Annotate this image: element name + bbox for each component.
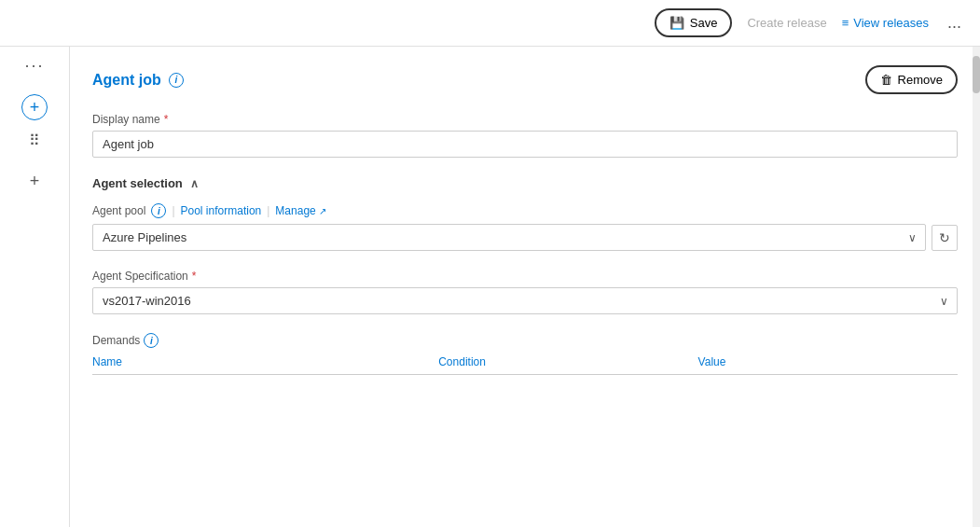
- top-bar-actions: 💾 Save Create release ≡ View releases ..…: [655, 8, 965, 37]
- chevron-up-icon[interactable]: ∧: [190, 177, 199, 190]
- create-release-link[interactable]: Create release: [747, 16, 826, 30]
- sidebar-grid-icon[interactable]: ⠿: [29, 132, 40, 149]
- agent-spec-dropdown-container: vs2017-win2016 ∨: [92, 287, 958, 314]
- agent-pool-label: Agent pool: [92, 204, 145, 217]
- sidebar-plus-plain[interactable]: +: [30, 172, 40, 191]
- agent-spec-select[interactable]: vs2017-win2016: [92, 287, 958, 314]
- manage-link[interactable]: Manage ↗: [275, 204, 325, 217]
- separator-2: |: [267, 204, 269, 217]
- scrollbar-thumb[interactable]: [973, 56, 980, 93]
- demands-col-condition: Condition: [438, 355, 697, 368]
- display-name-label: Display name *: [92, 113, 958, 126]
- view-releases-label: View releases: [853, 16, 929, 30]
- create-release-label: Create release: [747, 16, 826, 30]
- demands-section: Demands i Name Condition Value: [92, 333, 958, 375]
- agent-pool-dropdown-row: Azure Pipelines ∨ ↻: [92, 224, 958, 251]
- demands-label-row: Demands i: [92, 333, 958, 348]
- refresh-icon: ↻: [939, 230, 950, 245]
- demands-table: Name Condition Value: [92, 355, 958, 375]
- display-name-section: Display name *: [92, 113, 958, 158]
- remove-icon: 🗑: [880, 73, 892, 87]
- demands-info-icon[interactable]: i: [144, 333, 159, 348]
- demands-col-value: Value: [698, 355, 958, 368]
- agent-pool-dropdown-container: Azure Pipelines ∨: [92, 224, 926, 251]
- sidebar-more-button[interactable]: ···: [24, 56, 44, 76]
- agent-pool-select[interactable]: Azure Pipelines: [92, 224, 926, 251]
- agent-spec-required-star: *: [192, 270, 197, 283]
- agent-pool-info-icon[interactable]: i: [151, 203, 166, 218]
- display-name-input[interactable]: [92, 131, 958, 158]
- content-area: Agent job i 🗑 Remove Display name * Agen…: [70, 47, 980, 527]
- sidebar-add-button[interactable]: +: [21, 94, 48, 120]
- remove-label: Remove: [898, 73, 943, 87]
- scrollbar-track[interactable]: [973, 47, 980, 527]
- demands-table-header: Name Condition Value: [92, 355, 958, 375]
- list-icon: ≡: [842, 16, 849, 30]
- save-button[interactable]: 💾 Save: [655, 8, 733, 37]
- main-layout: ··· + ⠿ + Agent job i 🗑 Remove Display n…: [0, 47, 980, 527]
- required-star: *: [164, 113, 169, 126]
- refresh-button[interactable]: ↻: [932, 225, 958, 251]
- panel-title-text: Agent job: [92, 72, 161, 89]
- panel-title: Agent job i: [92, 72, 184, 89]
- top-bar: 💾 Save Create release ≡ View releases ..…: [0, 0, 980, 47]
- more-button[interactable]: ...: [944, 13, 965, 33]
- left-sidebar: ··· + ⠿ +: [0, 47, 70, 527]
- agent-pool-section: Agent pool i | Pool information | Manage…: [92, 203, 958, 251]
- demands-col-name: Name: [92, 355, 438, 368]
- sidebar-icon-group: + ⠿: [21, 94, 48, 149]
- agent-spec-section: Agent Specification * vs2017-win2016 ∨: [92, 270, 958, 314]
- pool-information-link[interactable]: Pool information: [181, 204, 262, 217]
- separator-1: |: [172, 204, 174, 217]
- agent-spec-label: Agent Specification *: [92, 270, 958, 283]
- remove-button[interactable]: 🗑 Remove: [865, 65, 958, 94]
- view-releases-link[interactable]: ≡ View releases: [842, 16, 929, 30]
- panel-header: Agent job i 🗑 Remove: [92, 65, 958, 94]
- save-label: Save: [690, 16, 718, 30]
- panel-info-icon[interactable]: i: [169, 73, 184, 88]
- demands-label: Demands: [92, 334, 140, 347]
- agent-selection-label: Agent selection: [92, 176, 183, 190]
- external-link-icon: ↗: [319, 206, 326, 216]
- agent-selection-heading: Agent selection ∧: [92, 176, 958, 190]
- agent-pool-label-row: Agent pool i | Pool information | Manage…: [92, 203, 958, 218]
- save-icon: 💾: [669, 16, 684, 30]
